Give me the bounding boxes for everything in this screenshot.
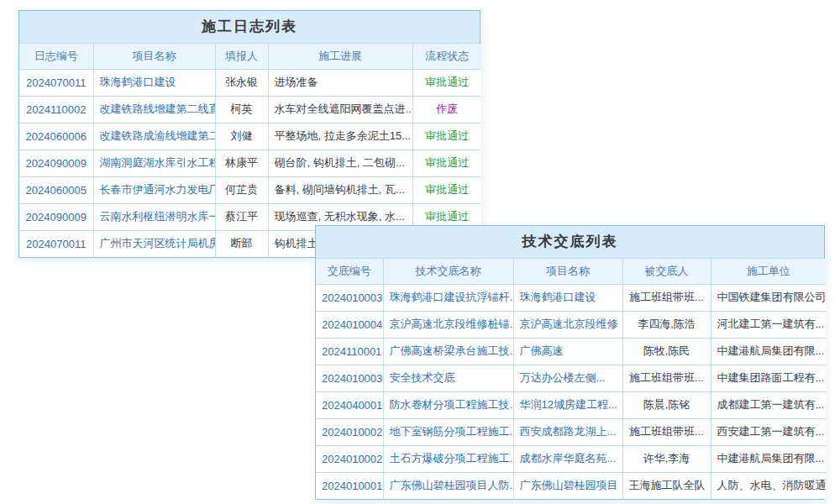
reporter-cell: 柯英 bbox=[215, 96, 268, 123]
construction-log-panel: 施工日志列表 日志编号项目名称填报人施工进展流程状态 2024070011珠海鹤… bbox=[18, 10, 480, 258]
construction-unit-cell: 河北建工第一建筑有... bbox=[711, 311, 826, 338]
log-id-cell[interactable]: 2024070011 bbox=[19, 230, 93, 257]
disclosure-id-cell[interactable]: 2024110001 bbox=[316, 338, 383, 365]
construction-log-title: 施工日志列表 bbox=[19, 11, 480, 44]
project-name-cell[interactable]: 华润12城房建工程... bbox=[513, 391, 622, 418]
disclosure-id-cell[interactable]: 2024010002 bbox=[316, 418, 383, 445]
project-name-cell[interactable]: 广佛高速 bbox=[513, 338, 622, 365]
table-row: 2024010001广东佛山碧桂园项目人防...广东佛山碧桂园项目王海施工队全队… bbox=[316, 472, 826, 499]
status-cell: 审批通过 bbox=[412, 176, 481, 203]
recipients-cell: 陈晨,陈铭 bbox=[622, 391, 711, 418]
table-row: 2024110002改建铁路线增建第二线直...柯英水车对全线遮阳网覆盖点进..… bbox=[19, 96, 481, 123]
table-row: 2024060005长春市伊通河水力发电厂...何芷贵备料, 砌间墙钩机排土, … bbox=[19, 176, 481, 203]
reporter-cell: 蔡江平 bbox=[215, 203, 268, 230]
progress-cell: 砌台阶, 钩机排土, 二包砌... bbox=[268, 150, 412, 176]
disclosure-name-cell[interactable]: 土石方爆破分项工程施工... bbox=[383, 445, 513, 472]
construction-log-header-row: 日志编号项目名称填报人施工进展流程状态 bbox=[19, 44, 481, 69]
col-status: 流程状态 bbox=[412, 44, 481, 69]
construction-unit-cell: 中建港航局集团有限... bbox=[711, 445, 826, 472]
status-cell: 审批通过 bbox=[412, 150, 481, 176]
recipients-cell: 施工班组带班... bbox=[622, 418, 711, 445]
progress-cell: 备料, 砌间墙钩机排土, 瓦... bbox=[268, 176, 412, 203]
disclosure-name-cell[interactable]: 安全技术交底 bbox=[383, 365, 513, 391]
project-name-cell[interactable]: 改建铁路线增建第二线直... bbox=[93, 96, 215, 123]
col-construction-unit: 施工单位 bbox=[711, 259, 826, 284]
col-project-name: 项目名称 bbox=[93, 44, 215, 69]
technical-disclosure-title: 技术交底列表 bbox=[316, 226, 824, 259]
table-row: 2024060006改建铁路成渝线增建第二...刘健平整场地, 拉走多余泥土15… bbox=[19, 123, 481, 150]
project-name-cell[interactable]: 广东佛山碧桂园项目 bbox=[513, 472, 622, 499]
table-row: 2024040001防水卷材分项工程施工技...华润12城房建工程...陈晨,陈… bbox=[316, 391, 826, 418]
reporter-cell: 刘健 bbox=[215, 123, 268, 150]
disclosure-name-cell[interactable]: 地下室钢筋分项工程施工... bbox=[383, 418, 513, 445]
disclosure-name-cell[interactable]: 广佛高速桥梁承台施工技... bbox=[383, 338, 513, 365]
table-row: 2024010004京沪高速北京段维修桩锚...京沪高速北京段维修李四海,陈浩河… bbox=[316, 311, 826, 338]
recipients-cell: 李四海,陈浩 bbox=[622, 311, 711, 338]
project-name-cell[interactable]: 云南水利枢纽潜明水库一... bbox=[93, 203, 215, 230]
col-disclosure-name: 技术交底名称 bbox=[383, 259, 513, 284]
recipients-cell: 施工班组带班... bbox=[622, 365, 711, 391]
log-id-cell[interactable]: 2024090009 bbox=[19, 150, 93, 176]
recipients-cell: 许华,李海 bbox=[622, 445, 711, 472]
status-cell: 作废 bbox=[412, 96, 481, 123]
page: 施工日志列表 日志编号项目名称填报人施工进展流程状态 2024070011珠海鹤… bbox=[0, 0, 840, 504]
technical-disclosure-body: 2024010003珠海鹤港口建设抗浮锚杆...珠海鹤港口建设施工班组带班...… bbox=[316, 284, 826, 499]
project-name-cell[interactable]: 成都水岸华庭名苑... bbox=[513, 445, 622, 472]
table-row: 2024010002地下室钢筋分项工程施工...西安成都路龙湖上...施工班组带… bbox=[316, 418, 826, 445]
disclosure-id-cell[interactable]: 2024010003 bbox=[316, 365, 383, 391]
recipients-cell: 施工班组带班... bbox=[622, 284, 711, 311]
project-name-cell[interactable]: 广州市天河区统计局机房... bbox=[93, 230, 215, 257]
reporter-cell: 林康平 bbox=[215, 150, 268, 176]
construction-unit-cell: 中建集团路面工程有... bbox=[711, 365, 826, 391]
disclosure-id-cell[interactable]: 2024010004 bbox=[316, 311, 383, 338]
table-row: 2024090009湖南洞庭湖水库引水工程...林康平砌台阶, 钩机排土, 二包… bbox=[19, 150, 481, 176]
col-progress: 施工进展 bbox=[268, 44, 412, 69]
log-id-cell[interactable]: 2024070011 bbox=[19, 69, 93, 96]
recipients-cell: 陈牧,陈民 bbox=[622, 338, 711, 365]
col-log-id: 日志编号 bbox=[19, 44, 93, 69]
progress-cell: 水车对全线遮阳网覆盖点进... bbox=[268, 96, 412, 123]
col-disclosure-id: 交底编号 bbox=[316, 259, 383, 284]
technical-disclosure-header-row: 交底编号技术交底名称项目名称被交底人施工单位 bbox=[316, 259, 826, 284]
disclosure-name-cell[interactable]: 珠海鹤港口建设抗浮锚杆... bbox=[383, 284, 513, 311]
project-name-cell[interactable]: 京沪高速北京段维修 bbox=[513, 311, 622, 338]
disclosure-id-cell[interactable]: 2024010003 bbox=[316, 284, 383, 311]
disclosure-id-cell[interactable]: 2024010001 bbox=[316, 472, 383, 499]
construction-unit-cell: 中国铁建集团有限公司 bbox=[711, 284, 826, 311]
reporter-cell: 何芷贵 bbox=[215, 176, 268, 203]
project-name-cell[interactable]: 万达办公楼左侧... bbox=[513, 365, 622, 391]
progress-cell: 平整场地, 拉走多余泥土15... bbox=[268, 123, 412, 150]
construction-unit-cell: 成都建工第一建筑有... bbox=[711, 391, 826, 418]
table-row: 2024010003珠海鹤港口建设抗浮锚杆...珠海鹤港口建设施工班组带班...… bbox=[316, 284, 826, 311]
construction-unit-cell: 西安建工第一建筑有... bbox=[711, 418, 826, 445]
log-id-cell[interactable]: 2024060006 bbox=[19, 123, 93, 150]
table-row: 2024010003安全技术交底万达办公楼左侧...施工班组带班...中建集团路… bbox=[316, 365, 826, 391]
project-name-cell[interactable]: 珠海鹤港口建设 bbox=[93, 69, 215, 96]
table-row: 2024070011珠海鹤港口建设张永银进场准备审批通过 bbox=[19, 69, 481, 96]
technical-disclosure-table: 交底编号技术交底名称项目名称被交底人施工单位 2024010003珠海鹤港口建设… bbox=[316, 259, 826, 499]
progress-cell: 进场准备 bbox=[268, 69, 412, 96]
disclosure-name-cell[interactable]: 京沪高速北京段维修桩锚... bbox=[383, 311, 513, 338]
log-id-cell[interactable]: 2024090009 bbox=[19, 203, 93, 230]
disclosure-name-cell[interactable]: 广东佛山碧桂园项目人防... bbox=[383, 472, 513, 499]
project-name-cell[interactable]: 西安成都路龙湖上... bbox=[513, 418, 622, 445]
disclosure-id-cell[interactable]: 2024010002 bbox=[316, 445, 383, 472]
recipients-cell: 王海施工队全队 bbox=[622, 472, 711, 499]
technical-disclosure-panel: 技术交底列表 交底编号技术交底名称项目名称被交底人施工单位 2024010003… bbox=[315, 225, 825, 500]
table-row: 2024010002土石方爆破分项工程施工...成都水岸华庭名苑...许华,李海… bbox=[316, 445, 826, 472]
construction-unit-cell: 中建港航局集团有限... bbox=[711, 338, 826, 365]
project-name-cell[interactable]: 珠海鹤港口建设 bbox=[513, 284, 622, 311]
log-id-cell[interactable]: 2024060005 bbox=[19, 176, 93, 203]
project-name-cell[interactable]: 湖南洞庭湖水库引水工程... bbox=[93, 150, 215, 176]
col-reporter: 填报人 bbox=[215, 44, 268, 69]
table-row: 2024110001广佛高速桥梁承台施工技...广佛高速陈牧,陈民中建港航局集团… bbox=[316, 338, 826, 365]
project-name-cell[interactable]: 改建铁路成渝线增建第二... bbox=[93, 123, 215, 150]
log-id-cell[interactable]: 2024110002 bbox=[19, 96, 93, 123]
disclosure-id-cell[interactable]: 2024040001 bbox=[316, 391, 383, 418]
status-cell: 审批通过 bbox=[412, 123, 481, 150]
col-recipients: 被交底人 bbox=[622, 259, 711, 284]
disclosure-name-cell[interactable]: 防水卷材分项工程施工技... bbox=[383, 391, 513, 418]
project-name-cell[interactable]: 长春市伊通河水力发电厂... bbox=[93, 176, 215, 203]
reporter-cell: 张永银 bbox=[215, 69, 268, 96]
col-project-name: 项目名称 bbox=[513, 259, 622, 284]
